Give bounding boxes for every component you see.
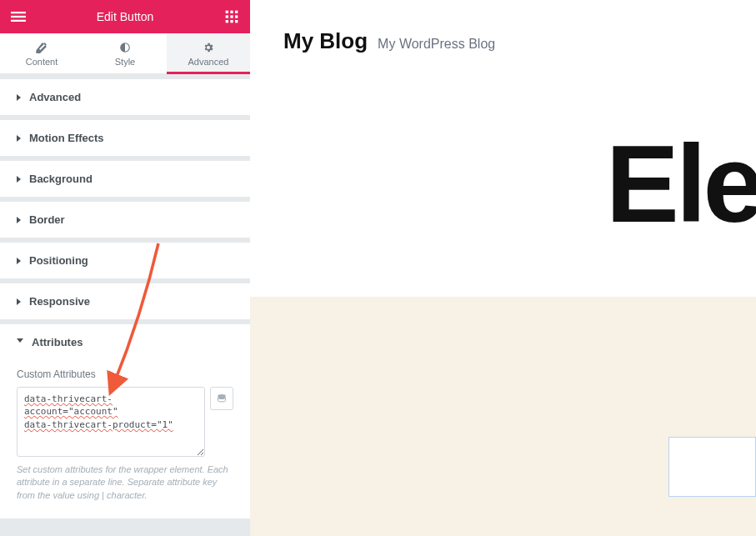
section-attributes[interactable]: Attributes <box>0 324 250 360</box>
hero-big-text: Ele <box>606 121 756 247</box>
section-positioning[interactable]: Positioning <box>0 243 250 278</box>
sections-list: Advanced Motion Effects Background Borde… <box>0 79 250 518</box>
svg-rect-3 <box>226 11 228 13</box>
svg-rect-10 <box>230 20 233 23</box>
svg-rect-0 <box>11 12 26 13</box>
panel-topbar: Edit Button <box>0 0 250 33</box>
panel-title: Edit Button <box>97 10 154 23</box>
caret-right-icon <box>17 135 21 142</box>
caret-right-icon <box>17 258 21 264</box>
selected-element-outline[interactable] <box>668 437 756 497</box>
elementor-sidebar: Edit Button Content Style Advanced Advan… <box>0 0 250 536</box>
svg-rect-7 <box>230 15 233 18</box>
svg-rect-2 <box>11 20 26 22</box>
canvas-background-block <box>250 297 756 536</box>
site-tagline: My WordPress Blog <box>378 37 495 52</box>
svg-rect-11 <box>235 20 238 23</box>
pencil-icon <box>36 42 48 53</box>
tab-content-label: Content <box>26 57 58 67</box>
section-border[interactable]: Border <box>0 202 250 238</box>
svg-rect-8 <box>235 15 238 18</box>
caret-right-icon <box>17 298 21 305</box>
section-positioning-label: Positioning <box>29 254 88 267</box>
section-responsive-label: Responsive <box>29 295 90 308</box>
tab-style-label: Style <box>115 57 135 67</box>
caret-down-icon <box>17 338 23 346</box>
svg-rect-4 <box>230 11 233 13</box>
editor-tabs: Content Style Advanced <box>0 33 250 74</box>
tab-content[interactable]: Content <box>0 33 83 73</box>
apps-icon[interactable] <box>222 7 242 27</box>
svg-rect-1 <box>11 16 26 18</box>
caret-right-icon <box>17 94 21 101</box>
tab-advanced-label: Advanced <box>188 57 229 67</box>
custom-attributes-textarea[interactable] <box>17 387 205 457</box>
svg-rect-6 <box>226 15 228 18</box>
caret-right-icon <box>17 217 21 223</box>
tab-style[interactable]: Style <box>83 33 167 73</box>
contrast-icon <box>119 42 131 53</box>
section-attributes-label: Attributes <box>32 336 83 348</box>
section-motion-effects[interactable]: Motion Effects <box>0 120 250 156</box>
custom-attributes-helper: Set custom attributes for the wrapper el… <box>17 463 233 502</box>
svg-rect-5 <box>235 11 238 13</box>
section-advanced-label: Advanced <box>29 91 81 103</box>
tab-advanced[interactable]: Advanced <box>167 33 250 73</box>
section-advanced[interactable]: Advanced <box>0 79 250 115</box>
caret-right-icon <box>17 176 21 183</box>
section-background[interactable]: Background <box>0 161 250 197</box>
section-motion-label: Motion Effects <box>29 132 104 144</box>
database-icon <box>217 393 227 403</box>
svg-rect-9 <box>226 20 228 23</box>
attributes-panel: Custom Attributes Set custom attributes … <box>0 360 250 518</box>
section-border-label: Border <box>29 213 65 226</box>
section-background-label: Background <box>29 173 93 185</box>
site-header: My Blog My WordPress Blog <box>250 0 756 74</box>
dynamic-tags-button[interactable] <box>210 387 233 410</box>
menu-icon[interactable] <box>8 7 28 27</box>
custom-attributes-label: Custom Attributes <box>17 368 233 380</box>
custom-attributes-row <box>17 387 233 457</box>
preview-canvas: My Blog My WordPress Blog Ele <box>250 0 756 536</box>
site-title: My Blog <box>283 28 368 54</box>
section-responsive[interactable]: Responsive <box>0 283 250 319</box>
gear-icon <box>203 42 214 53</box>
